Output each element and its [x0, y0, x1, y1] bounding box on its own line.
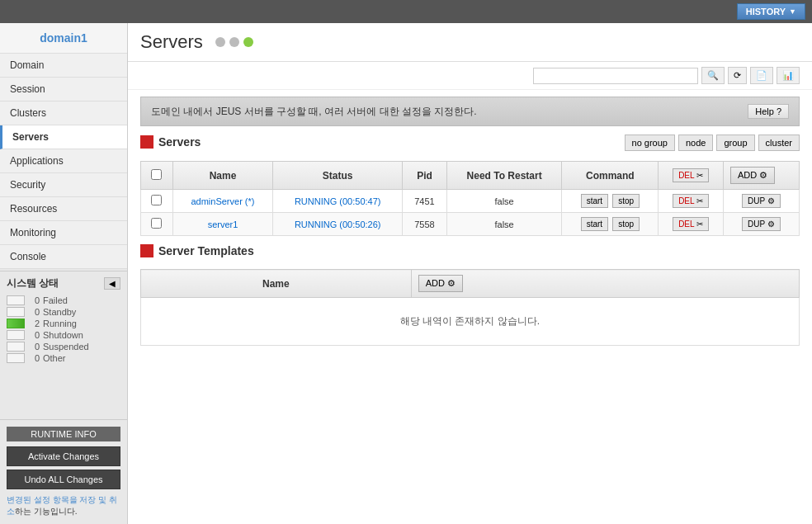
undo-all-changes-button[interactable]: Undo ALL Changes	[7, 470, 120, 489]
history-button[interactable]: HISTORY ▼	[737, 3, 805, 20]
group-toolbar: no group node group cluster	[625, 135, 800, 151]
export-csv-button[interactable]: 📄	[750, 67, 773, 84]
row1-restart: false	[446, 190, 562, 213]
row1-check[interactable]	[151, 195, 162, 205]
sidebar-item-resources[interactable]: Resources	[0, 197, 127, 221]
servers-section: Servers no group node group cluster Name…	[140, 135, 800, 236]
runtime-info-text: 변경된 설정 항목을 저장 및 취소하는 기능입니다.	[7, 494, 120, 517]
status-failed-box	[7, 295, 25, 305]
group-button[interactable]: group	[716, 135, 754, 151]
col-command: Command	[562, 162, 659, 190]
status-running-box	[7, 319, 25, 328]
row1-start-button[interactable]: start	[581, 194, 608, 208]
activate-changes-button[interactable]: Activate Changes	[7, 446, 120, 466]
templates-table: Name ADD ⚙ 해당 내역이 존재하지 않습니다.	[140, 269, 800, 346]
del-all-button[interactable]: DEL ✂	[673, 168, 709, 182]
templates-col-name: Name	[141, 270, 412, 298]
row2-name: server1	[172, 213, 272, 236]
system-status-header: 시스템 상태 ◀	[7, 276, 120, 290]
row1-dup-button[interactable]: DUP ⚙	[742, 194, 781, 208]
row1-del-button[interactable]: DEL ✂	[673, 194, 709, 208]
col-del: DEL ✂	[659, 162, 724, 190]
status-running-label: Running	[43, 319, 77, 328]
help-button[interactable]: Help ?	[748, 104, 789, 119]
row2-del-button[interactable]: DEL ✂	[673, 217, 709, 231]
page-title: Servers	[140, 31, 203, 53]
domain-title: domain1	[0, 23, 127, 54]
search-bar: 🔍 ⟳ 📄 📊	[128, 62, 812, 90]
runtime-section: RUNTIME INFO Activate Changes Undo ALL C…	[0, 419, 127, 524]
servers-table: Name Status Pid Need To Restart Command …	[140, 161, 800, 236]
status-shutdown-count: 0	[28, 330, 40, 340]
content-area: Servers 🔍 ⟳ 📄 📊 도메인 내에서 JEUS 서버를 구성할 때, …	[128, 23, 812, 524]
info-text-suffix: 하는 기능입니다.	[15, 507, 78, 516]
node-button[interactable]: node	[678, 135, 713, 151]
sidebar-item-console[interactable]: Console	[0, 245, 127, 269]
status-other-label: Other	[43, 353, 66, 363]
row1-stop-button[interactable]: stop	[612, 194, 640, 208]
sidebar-item-domain[interactable]: Domain	[0, 54, 127, 78]
status-suspended-count: 0	[28, 342, 40, 352]
nav-menu: Domain Session Clusters Servers Applicat…	[0, 54, 127, 269]
export-xls-button[interactable]: 📊	[777, 67, 800, 84]
status-shutdown-box	[7, 330, 25, 340]
runtime-label: RUNTIME INFO	[7, 427, 120, 441]
info-banner-text: 도메인 내에서 JEUS 서버를 구성할 때, 여러 서버에 대한 설정을 지정…	[151, 105, 477, 119]
status-failed-row: 0 Failed	[7, 295, 120, 305]
cluster-button[interactable]: cluster	[758, 135, 800, 151]
col-name: Name	[172, 162, 272, 190]
sidebar-item-session[interactable]: Session	[0, 78, 127, 101]
sidebar-item-security[interactable]: Security	[0, 173, 127, 197]
status-standby-count: 0	[28, 307, 40, 317]
add-server-button[interactable]: ADD ⚙	[730, 167, 775, 184]
row2-check[interactable]	[151, 218, 162, 229]
row1-status: RUNNING (00:50:47)	[273, 190, 403, 213]
sidebar-item-servers[interactable]: Servers	[0, 125, 127, 149]
system-status-toggle[interactable]: ◀	[104, 277, 120, 290]
content-header: Servers	[128, 23, 812, 62]
row1-command: start stop	[562, 190, 659, 213]
search-input[interactable]	[533, 68, 698, 84]
refresh-button[interactable]: ⟳	[728, 67, 747, 84]
dot-green	[243, 37, 253, 47]
status-running-row: 2 Running	[7, 319, 120, 328]
status-running-count: 2	[28, 319, 40, 328]
add-template-button[interactable]: ADD ⚙	[418, 275, 463, 292]
status-standby-box	[7, 307, 25, 317]
row2-stop-button[interactable]: stop	[612, 217, 640, 231]
main-layout: domain1 Domain Session Clusters Servers …	[0, 23, 812, 524]
status-standby-row: 0 Standby	[7, 307, 120, 317]
table-row: adminServer (*) RUNNING (00:50:47) 7451 …	[141, 190, 800, 213]
col-add: ADD ⚙	[723, 162, 799, 190]
history-label: HISTORY	[746, 7, 786, 17]
row1-del: DEL ✂	[659, 190, 724, 213]
row1-name-link[interactable]: adminServer (*)	[191, 196, 254, 206]
servers-section-title: Servers	[140, 135, 201, 149]
row2-del: DEL ✂	[659, 213, 724, 236]
sidebar-item-monitoring[interactable]: Monitoring	[0, 221, 127, 245]
col-status: Status	[273, 162, 403, 190]
status-suspended-row: 0 Suspended	[7, 342, 120, 352]
sidebar-item-applications[interactable]: Applications	[0, 149, 127, 173]
templates-empty-row: 해당 내역이 존재하지 않습니다.	[141, 298, 800, 346]
templates-section-title: Server Templates	[140, 244, 254, 257]
row2-command: start stop	[562, 213, 659, 236]
status-other-count: 0	[28, 353, 40, 363]
sidebar: domain1 Domain Session Clusters Servers …	[0, 23, 128, 524]
sidebar-item-clusters[interactable]: Clusters	[0, 101, 127, 125]
col-pid: Pid	[403, 162, 447, 190]
select-all-checkbox[interactable]	[151, 169, 162, 180]
status-failed-label: Failed	[43, 295, 68, 305]
header-dots	[215, 37, 253, 47]
row2-name-link[interactable]: server1	[208, 220, 238, 229]
info-banner: 도메인 내에서 JEUS 서버를 구성할 때, 여러 서버에 대한 설정을 지정…	[140, 97, 800, 126]
search-button[interactable]: 🔍	[701, 67, 725, 84]
templates-col-add: ADD ⚙	[411, 270, 799, 298]
dot-gray2	[229, 37, 239, 47]
row2-dup-button[interactable]: DUP ⚙	[742, 217, 781, 231]
status-suspended-label: Suspended	[43, 342, 89, 352]
top-bar: HISTORY ▼	[0, 0, 812, 23]
no-group-button[interactable]: no group	[625, 135, 675, 151]
row2-start-button[interactable]: start	[581, 217, 608, 231]
row2-checkbox	[141, 213, 173, 236]
